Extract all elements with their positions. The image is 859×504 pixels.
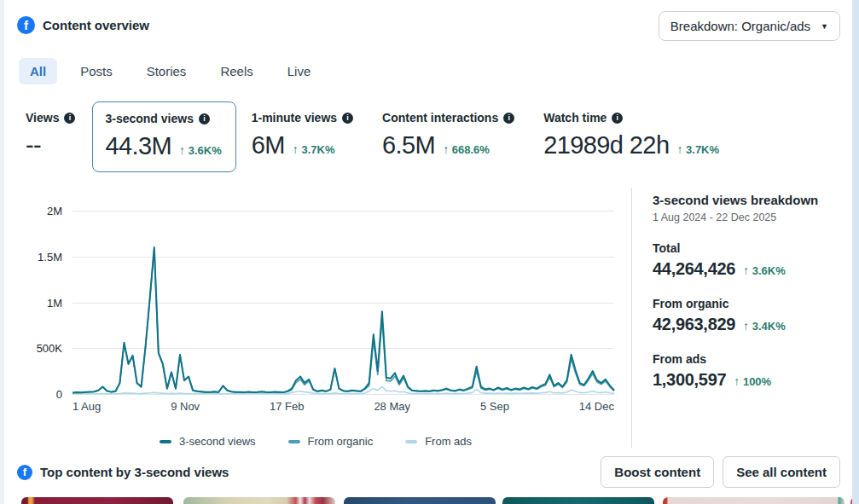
metric-change: ↑ 3.6K% bbox=[179, 143, 222, 157]
tab-posts[interactable]: Posts bbox=[69, 58, 124, 84]
metric-label: Content interactions bbox=[382, 111, 498, 125]
content-overview-page: f Content overview Breakdown: Organic/ad… bbox=[0, 0, 859, 488]
breakdown-change-value: 3.4K% bbox=[752, 320, 786, 333]
facebook-logo-icon: f bbox=[17, 16, 35, 34]
metric-watch-time[interactable]: Watch time i 21989d 22h ↑ 3.7K% bbox=[543, 101, 719, 171]
legend-item-from-ads[interactable]: From ads bbox=[405, 435, 472, 448]
metric-views-label-row: Views i bbox=[26, 111, 75, 125]
x-axis-tick: 28 May bbox=[374, 400, 410, 413]
content-thumbnail[interactable] bbox=[183, 497, 335, 504]
content-thumbnail[interactable] bbox=[502, 497, 654, 504]
metrics-row: Views i -- 3-second views i 44.3M ↑ 3.6K… bbox=[26, 101, 859, 172]
chart-svg bbox=[73, 211, 614, 394]
legend-label: 3-second views bbox=[179, 435, 256, 448]
tab-live-label: Live bbox=[287, 64, 311, 78]
metric-value: -- bbox=[26, 131, 41, 159]
left-edge-strip bbox=[0, 0, 4, 504]
tab-reels[interactable]: Reels bbox=[209, 58, 264, 84]
breakdown-panel: 3-second views breakdown 1 Aug 2024 - 22… bbox=[631, 188, 859, 448]
chevron-down-icon: ▼ bbox=[821, 22, 828, 31]
info-icon[interactable]: i bbox=[199, 113, 210, 125]
y-axis-tick: 2M bbox=[47, 205, 62, 217]
y-axis-tick: 1.5M bbox=[38, 250, 62, 263]
breakdown-panel-title: 3-second views breakdown bbox=[653, 193, 859, 207]
content-thumbnail[interactable] bbox=[344, 497, 496, 504]
breakdown-row-change: ↑ 3.6K% bbox=[743, 264, 786, 277]
x-axis-tick: 5 Sep bbox=[480, 400, 509, 413]
metric-label: 1-minute views bbox=[252, 111, 337, 125]
legend-item-3-second-views[interactable]: 3-second views bbox=[160, 435, 256, 448]
legend-swatch-icon bbox=[288, 440, 300, 443]
legend-label: From ads bbox=[425, 435, 472, 448]
facebook-logo-icon: f bbox=[17, 465, 32, 480]
page-title: Content overview bbox=[43, 18, 149, 32]
content-type-tabs: All Posts Stories Reels Live bbox=[19, 58, 859, 84]
metric-change-value: 3.6K% bbox=[189, 144, 222, 157]
content-thumbnail[interactable] bbox=[21, 497, 173, 504]
metric-change-value: 668.6% bbox=[452, 143, 490, 156]
y-axis-tick: 500K bbox=[37, 342, 62, 355]
tab-all[interactable]: All bbox=[19, 58, 57, 84]
metric-label: Views bbox=[26, 111, 59, 125]
content-thumbnail[interactable] bbox=[663, 497, 844, 504]
see-all-content-button[interactable]: See all content bbox=[723, 456, 840, 488]
metric-change-value: 3.7K% bbox=[301, 143, 334, 156]
legend-label: From organic bbox=[308, 435, 374, 448]
metric-value: 21989d 22h bbox=[543, 131, 669, 159]
breakdown-row-total: Total 44,264,426 ↑ 3.6K% bbox=[653, 241, 859, 279]
chart-column: 2M 1.5M 1M 500K 0 1 Aug 9 Nov 17 Feb 28 … bbox=[0, 188, 631, 448]
header: f Content overview Breakdown: Organic/ad… bbox=[0, 0, 859, 41]
breakdown-row-change: ↑ 3.4K% bbox=[743, 319, 786, 333]
info-icon[interactable]: i bbox=[612, 113, 623, 124]
metric-label: Watch time bbox=[543, 111, 607, 125]
breakdown-row-from-ads: From ads 1,300,597 ↑ 100% bbox=[653, 352, 859, 390]
tab-all-label: All bbox=[30, 64, 46, 78]
breakdown-row-label: From organic bbox=[653, 297, 859, 310]
tab-stories-label: Stories bbox=[147, 64, 187, 78]
metric-value: 6M bbox=[252, 131, 285, 159]
legend-item-from-organic[interactable]: From organic bbox=[288, 435, 374, 448]
breakdown-row-change: ↑ 100% bbox=[734, 374, 771, 388]
breakdown-row-value: 42,963,829 bbox=[653, 315, 735, 334]
metric-change: ↑ 668.6% bbox=[443, 142, 490, 156]
breakdown-dropdown[interactable]: Breakdown: Organic/ads ▼ bbox=[659, 11, 840, 41]
tab-stories[interactable]: Stories bbox=[136, 58, 198, 84]
x-axis-tick: 1 Aug bbox=[73, 400, 101, 413]
breakdown-row-value: 1,300,597 bbox=[653, 370, 726, 390]
y-axis-tick: 1M bbox=[47, 296, 62, 309]
header-left: f Content overview bbox=[17, 16, 149, 34]
metric-1-minute-views[interactable]: 1-minute views i 6M ↑ 3.7K% bbox=[252, 101, 353, 171]
up-arrow-icon: ↑ bbox=[743, 264, 749, 277]
up-arrow-icon: ↑ bbox=[734, 374, 740, 388]
metric-3s-label-row: 3-second views i bbox=[105, 112, 221, 125]
up-arrow-icon: ↑ bbox=[179, 143, 185, 157]
boost-content-button[interactable]: Boost content bbox=[601, 456, 714, 488]
x-axis-tick: 17 Feb bbox=[270, 400, 304, 413]
breakdown-change-value: 100% bbox=[743, 375, 771, 388]
breakdown-change-value: 3.6K% bbox=[752, 264, 786, 277]
footer-buttons: Boost content See all content bbox=[601, 456, 840, 488]
breakdown-row-value: 44,264,426 bbox=[653, 259, 735, 279]
metric-change: ↑ 3.7K% bbox=[293, 142, 335, 156]
top-content-title: Top content by 3-second views bbox=[40, 465, 229, 479]
metric-3-second-views[interactable]: 3-second views i 44.3M ↑ 3.6K% bbox=[92, 101, 235, 172]
chart-legend: 3-second views From organic From ads bbox=[0, 435, 631, 448]
info-icon[interactable]: i bbox=[503, 113, 514, 124]
scrollbar-track[interactable] bbox=[852, 0, 859, 504]
metric-value: 6.5M bbox=[382, 131, 435, 159]
x-axis-tick: 14 Dec bbox=[579, 400, 614, 413]
metric-content-interactions[interactable]: Content interactions i 6.5M ↑ 668.6% bbox=[382, 101, 514, 171]
breakdown-dropdown-label: Breakdown: Organic/ads bbox=[670, 19, 810, 33]
breakdown-row-label: Total bbox=[653, 241, 859, 255]
legend-swatch-icon bbox=[160, 440, 171, 443]
metric-ci-label-row: Content interactions i bbox=[382, 111, 514, 125]
info-icon[interactable]: i bbox=[342, 113, 353, 124]
line-chart[interactable]: 2M 1.5M 1M 500K 0 bbox=[73, 211, 614, 394]
info-icon[interactable]: i bbox=[64, 113, 75, 124]
metric-change-value: 3.7K% bbox=[686, 143, 719, 156]
top-content-section: f Top content by 3-second views Boost co… bbox=[0, 448, 859, 488]
tab-live[interactable]: Live bbox=[276, 58, 322, 84]
tab-reels-label: Reels bbox=[220, 64, 252, 78]
up-arrow-icon: ↑ bbox=[743, 319, 749, 333]
metric-views[interactable]: Views i -- bbox=[26, 101, 75, 171]
